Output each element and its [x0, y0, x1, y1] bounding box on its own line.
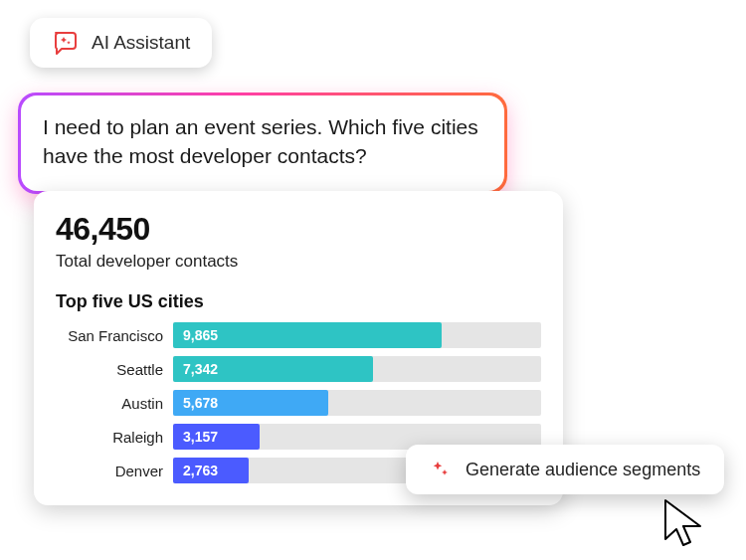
bar-fill: 3,157 — [173, 424, 260, 450]
generate-segments-button[interactable]: Generate audience segments — [406, 445, 724, 494]
bar-value-label: 3,157 — [183, 429, 218, 445]
bar-fill: 5,678 — [173, 390, 328, 416]
sparkle-chat-icon — [52, 30, 80, 56]
bar-fill: 7,342 — [173, 356, 373, 382]
metric-label: Total developer contacts — [56, 252, 541, 272]
bar-fill: 9,865 — [173, 322, 442, 348]
ai-assistant-pill[interactable]: AI Assistant — [30, 18, 212, 68]
bar-track: 7,342 — [173, 356, 541, 382]
prompt-bubble: I need to plan an event series. Which fi… — [18, 93, 507, 194]
metric-value: 46,450 — [56, 211, 541, 248]
bar-value-label: 7,342 — [183, 361, 218, 377]
sparkle-icon — [430, 459, 452, 480]
prompt-text: I need to plan an event series. Which fi… — [43, 113, 482, 171]
bar-category-label: Austin — [56, 395, 163, 412]
bar-row: Seattle7,342 — [56, 356, 541, 382]
bar-value-label: 5,678 — [183, 395, 218, 411]
bar-category-label: Denver — [56, 463, 163, 479]
generate-segments-label: Generate audience segments — [466, 460, 700, 480]
bar-track: 9,865 — [173, 322, 541, 348]
bar-fill: 2,763 — [173, 458, 249, 483]
chart-title: Top five US cities — [56, 291, 541, 312]
bar-row: San Francisco9,865 — [56, 322, 541, 348]
cursor-icon — [662, 497, 708, 551]
bar-category-label: Seattle — [56, 361, 163, 378]
bar-category-label: Raleigh — [56, 429, 163, 446]
ai-assistant-label: AI Assistant — [92, 32, 190, 54]
bar-row: Austin5,678 — [56, 390, 541, 416]
bar-value-label: 2,763 — [183, 463, 218, 478]
bar-track: 5,678 — [173, 390, 541, 416]
bar-category-label: San Francisco — [56, 327, 163, 344]
bar-value-label: 9,865 — [183, 327, 218, 343]
